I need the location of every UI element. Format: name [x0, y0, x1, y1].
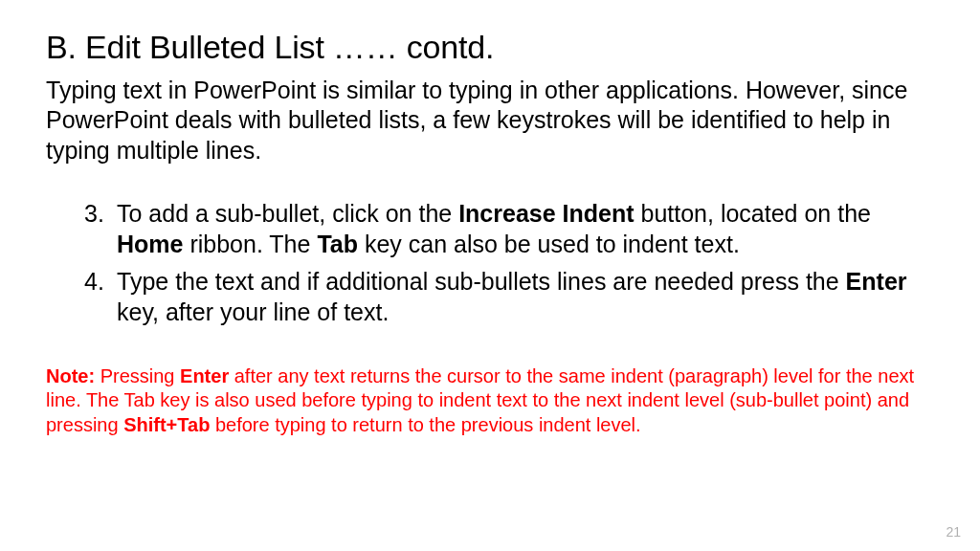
item-text: To add a sub-bullet, click on the — [117, 200, 458, 227]
item-text: key can also be used to indent text. — [358, 231, 740, 257]
note-bold: Shift+Tab — [123, 414, 210, 435]
item-bold: Tab — [317, 231, 358, 257]
note-text: before typing to return to the previous … — [210, 414, 640, 435]
intro-paragraph: Typing text in PowerPoint is similar to … — [46, 76, 934, 165]
item-text: ribbon. The — [183, 231, 317, 257]
item-bold: Increase Indent — [458, 200, 634, 227]
slide-title: B. Edit Bulleted List …… contd. — [46, 29, 934, 66]
note-paragraph: Note: Pressing Enter after any text retu… — [46, 364, 934, 438]
item-text: button, located on the — [635, 200, 871, 227]
item-bold: Home — [117, 231, 183, 257]
item-bold: Enter — [846, 268, 907, 295]
note-text: Pressing — [95, 365, 180, 386]
note-label: Note: — [46, 365, 95, 386]
note-bold: Enter — [180, 365, 229, 386]
page-number: 21 — [946, 524, 961, 540]
list-item: 4. Type the text and if additional sub-b… — [84, 266, 934, 328]
numbered-list: 3. To add a sub-bullet, click on the Inc… — [46, 198, 934, 328]
list-item: 3. To add a sub-bullet, click on the Inc… — [84, 198, 934, 260]
item-number: 4. — [84, 266, 104, 298]
item-number: 3. — [84, 198, 104, 230]
item-text: key, after your line of text. — [117, 298, 389, 325]
item-text: Type the text and if additional sub-bull… — [117, 268, 846, 295]
